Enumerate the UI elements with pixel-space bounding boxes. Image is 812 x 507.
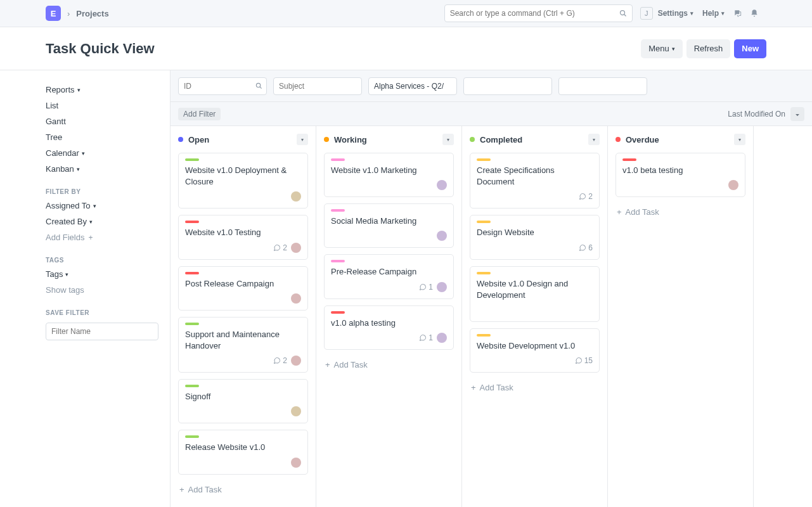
- filter-subject[interactable]: [273, 77, 362, 95]
- sidebar-filter-assigned-to[interactable]: Assigned To▾: [46, 198, 170, 214]
- filters-row: Alpha Services - Q2/: [171, 70, 812, 102]
- assignee-avatar: [291, 406, 301, 416]
- sort-label[interactable]: Last Modified On: [728, 110, 785, 119]
- priority-pill-icon: [185, 385, 199, 387]
- assignee-avatar: [437, 333, 447, 343]
- card-footer: 6: [477, 243, 593, 253]
- filter-empty-1[interactable]: [463, 77, 552, 95]
- sort-direction-button[interactable]: [790, 107, 804, 121]
- kanban-card[interactable]: Pre-Release Campaign1: [324, 254, 454, 298]
- filter-id[interactable]: [178, 77, 267, 95]
- kanban-column-overdue: Overdue▾v1.0 beta testing+Add Task: [608, 126, 754, 507]
- filter-name-input[interactable]: [46, 323, 158, 340]
- assignee-avatar: [291, 356, 301, 366]
- column-menu-button[interactable]: ▾: [442, 134, 454, 145]
- status-dot-icon: [615, 137, 621, 142]
- sidebar-view-kanban[interactable]: Kanban▾: [46, 161, 170, 177]
- plus-icon: +: [325, 360, 330, 369]
- sidebar-view-calendar[interactable]: Calendar▾: [46, 145, 170, 161]
- menu-button[interactable]: Menu▾: [641, 39, 683, 58]
- caret-down-icon: ▾: [82, 150, 85, 157]
- kanban-card[interactable]: Social Media Marketing: [324, 203, 454, 248]
- tags-dropdown[interactable]: Tags▾: [46, 266, 170, 282]
- filter-sub-row: Add Filter Last Modified On: [171, 102, 812, 126]
- kanban-card[interactable]: Post Release Campaign: [178, 266, 308, 311]
- caret-down-icon: ▾: [65, 271, 68, 278]
- global-search[interactable]: [444, 4, 633, 22]
- filter-empty-2[interactable]: [558, 77, 647, 95]
- plus-icon: +: [179, 485, 184, 494]
- priority-pill-icon: [622, 158, 636, 161]
- card-title: Pre-Release Campaign: [331, 266, 447, 278]
- kanban-card[interactable]: Support and Maintenance Handover2: [178, 317, 308, 373]
- filter-id-input[interactable]: [184, 82, 261, 91]
- kanban-card[interactable]: v1.0 beta testing: [615, 153, 745, 197]
- status-dot-icon: [178, 137, 183, 142]
- refresh-button[interactable]: Refresh: [686, 39, 731, 58]
- kanban-card[interactable]: Release Website v1.0: [178, 430, 308, 474]
- column-title: Completed: [480, 135, 588, 144]
- caret-down-icon: ▾: [721, 10, 725, 16]
- kanban-card[interactable]: Design Website6: [470, 215, 600, 259]
- card-footer: [622, 180, 738, 190]
- priority-pill-icon: [477, 272, 491, 274]
- show-tags-link[interactable]: Show tags: [46, 282, 170, 298]
- comments-count: 1: [419, 283, 433, 292]
- add-task-button[interactable]: +Add Task: [324, 356, 454, 373]
- card-title: Design Website: [477, 227, 593, 238]
- kanban-card[interactable]: Website v1.0 Deployment & Closure: [178, 153, 308, 209]
- app-logo[interactable]: E: [46, 6, 61, 21]
- column-menu-button[interactable]: ▾: [588, 134, 600, 145]
- sidebar-item-label: Kanban: [46, 164, 74, 174]
- filter-subject-input[interactable]: [279, 82, 356, 91]
- sidebar-item-label: Gantt: [46, 117, 66, 126]
- save-filter-heading: SAVE FILTER: [46, 298, 170, 319]
- kanban-card[interactable]: Website Development v1.015: [470, 328, 600, 373]
- card-title: Website v1.0 Testing: [185, 227, 301, 238]
- kanban-card[interactable]: Website v1.0 Design and Development: [470, 266, 600, 322]
- settings-link[interactable]: Settings▾: [658, 9, 693, 18]
- plus-icon: +: [617, 207, 622, 217]
- sidebar-view-gantt[interactable]: Gantt: [46, 113, 170, 129]
- filter-project[interactable]: Alpha Services - Q2/: [368, 77, 457, 95]
- add-task-button[interactable]: +Add Task: [178, 481, 308, 498]
- add-fields-link[interactable]: Add Fields+: [46, 229, 170, 245]
- card-footer: [185, 191, 301, 202]
- chat-icon[interactable]: [733, 9, 742, 18]
- page-header: Task Quick View Menu▾ Refresh New: [0, 27, 812, 70]
- column-menu-button[interactable]: ▾: [297, 134, 308, 145]
- sidebar-filter-created-by[interactable]: Created By▾: [46, 214, 170, 229]
- sidebar-view-list[interactable]: List: [46, 98, 170, 113]
- priority-pill-icon: [331, 158, 345, 161]
- kanban-card[interactable]: v1.0 alpha testing1: [324, 305, 454, 350]
- card-footer: 1: [331, 333, 447, 343]
- sidebar-item-label: Tree: [46, 132, 62, 142]
- user-avatar-badge[interactable]: J: [640, 7, 653, 20]
- add-filter-button[interactable]: Add Filter: [178, 108, 221, 120]
- breadcrumb-projects[interactable]: Projects: [76, 9, 108, 18]
- add-task-button[interactable]: +Add Task: [615, 203, 745, 221]
- comments-count: 2: [273, 356, 287, 365]
- search-input[interactable]: [450, 9, 619, 18]
- kanban-card[interactable]: Website v1.0 Marketing: [324, 153, 454, 197]
- card-title: Website v1.0 Deployment & Closure: [185, 165, 301, 188]
- sidebar-view-reports[interactable]: Reports▾: [46, 82, 170, 98]
- kanban-card[interactable]: Website v1.0 Testing2: [178, 215, 308, 259]
- assignee-avatar: [728, 180, 738, 190]
- status-dot-icon: [470, 137, 475, 142]
- add-task-button[interactable]: +Add Task: [470, 379, 600, 396]
- bell-icon[interactable]: [750, 9, 759, 18]
- assignee-avatar: [437, 231, 447, 241]
- card-footer: [477, 305, 593, 315]
- column-menu-button[interactable]: ▾: [734, 134, 745, 145]
- sidebar-item-label: Reports: [46, 85, 75, 94]
- help-link[interactable]: Help▾: [702, 9, 725, 18]
- kanban-card[interactable]: Signoff: [178, 379, 308, 423]
- new-button[interactable]: New: [734, 39, 766, 58]
- tags-heading: TAGS: [46, 245, 170, 266]
- kanban-column-completed: Completed▾Create Specifications Document…: [462, 126, 608, 507]
- status-dot-icon: [324, 137, 329, 142]
- sidebar-view-tree[interactable]: Tree: [46, 129, 170, 145]
- kanban-card[interactable]: Create Specifications Document2: [470, 153, 600, 209]
- assignee-avatar: [291, 191, 301, 202]
